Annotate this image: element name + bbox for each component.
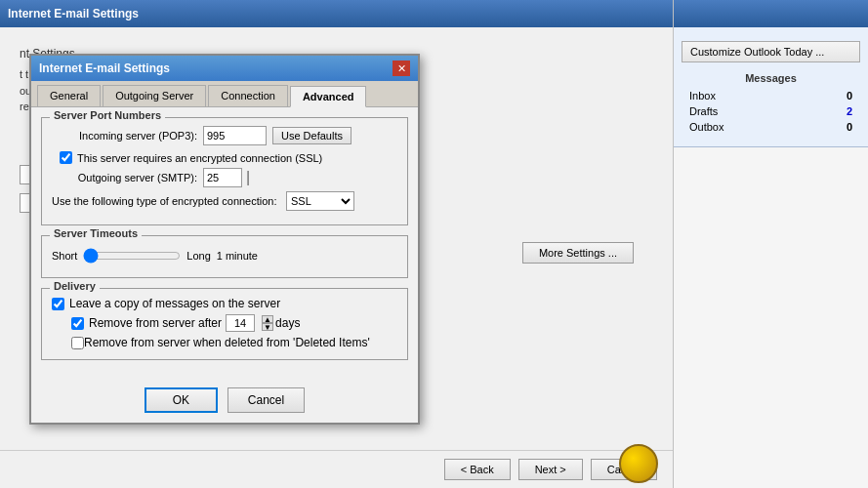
right-panel-titlebar <box>674 0 868 27</box>
dialog-content: Server Port Numbers Incoming server (POP… <box>31 107 418 380</box>
days-down-btn[interactable]: ▼ <box>262 323 273 331</box>
server-timeouts-label: Server Timeouts <box>50 227 142 239</box>
outgoing-server-label: Outgoing server (SMTP): <box>52 172 203 183</box>
next-btn[interactable]: Next > <box>518 459 583 480</box>
tab-outgoing-server[interactable]: Outgoing Server <box>103 85 206 106</box>
remove-after-row: Remove from server after ▲ ▼ days <box>71 314 397 332</box>
drafts-count: 2 <box>847 105 852 117</box>
incoming-server-row: Incoming server (POP3): Use Defaults <box>52 126 397 145</box>
timeout-value: 1 minute <box>217 250 258 262</box>
days-spinners: ▲ ▼ <box>262 315 273 331</box>
outlook-title: Internet E-mail Settings <box>8 7 139 20</box>
tab-connection[interactable]: Connection <box>208 85 288 106</box>
inner-dialog-titlebar: Internet E-mail Settings ✕ <box>31 56 418 81</box>
use-defaults-btn[interactable]: Use Defaults <box>272 127 351 144</box>
inbox-count: 0 <box>847 90 852 102</box>
days-input[interactable] <box>226 314 255 332</box>
tab-advanced[interactable]: Advanced <box>290 86 367 107</box>
more-settings-btn[interactable]: More Settings ... <box>522 242 634 264</box>
outbox-count: 0 <box>847 121 852 133</box>
remove-deleted-row: Remove from server when deleted from 'De… <box>71 336 397 349</box>
inner-close-btn[interactable]: ✕ <box>393 61 410 76</box>
server-port-numbers-label: Server Port Numbers <box>50 109 165 121</box>
tab-bar: General Outgoing Server Connection Advan… <box>31 81 418 107</box>
timeout-row: Short Long 1 minute <box>52 244 397 267</box>
tab-general[interactable]: General <box>37 85 101 106</box>
outlook-window: Internet E-mail Settings ─ □ ✕ Unread/ R… <box>0 0 868 488</box>
customize-outlook-btn[interactable]: Customize Outlook Today ... <box>682 41 860 62</box>
leave-copy-label: Leave a copy of messages on the server <box>69 297 280 310</box>
cursor-indicator: | <box>246 169 250 186</box>
encrypt-row: Use the following type of encrypted conn… <box>52 191 397 211</box>
days-label: days <box>275 316 300 330</box>
leave-copy-checkbox[interactable] <box>52 298 64 310</box>
inner-cancel-btn[interactable]: Cancel <box>227 387 305 413</box>
drafts-row: Drafts 2 <box>685 103 856 119</box>
right-panel-ribbon: Customize Outlook Today ... Messages Inb… <box>674 27 868 147</box>
messages-title: Messages <box>685 72 856 84</box>
ssl-label: This server requires an encrypted connec… <box>77 152 322 164</box>
timeout-slider[interactable] <box>83 248 181 264</box>
remove-after-checkbox[interactable] <box>71 317 84 330</box>
incoming-server-label: Incoming server (POP3): <box>52 130 203 142</box>
inner-dialog-title: Internet E-mail Settings <box>39 61 170 75</box>
outgoing-server-row: Outgoing server (SMTP): | <box>52 168 397 187</box>
short-label: Short <box>52 250 77 262</box>
encrypt-label: Use the following type of encrypted conn… <box>52 195 286 207</box>
server-timeouts-group: Server Timeouts Short Long 1 minute <box>41 235 408 278</box>
server-port-numbers-group: Server Port Numbers Incoming server (POP… <box>41 117 408 225</box>
delivery-label: Delivery <box>50 280 100 292</box>
encrypt-select[interactable]: SSL None TLS Auto <box>286 191 354 211</box>
long-label: Long <box>186 250 210 262</box>
outer-footer: < Back Next > Cancel <box>0 450 673 488</box>
inbox-label: Inbox <box>689 90 716 102</box>
back-btn[interactable]: < Back <box>444 459 511 480</box>
ok-btn[interactable]: OK <box>145 387 218 413</box>
gold-circle-decoration <box>619 444 658 483</box>
delivery-group: Delivery Leave a copy of messages on the… <box>41 288 408 360</box>
dialog-footer: OK Cancel <box>31 380 418 423</box>
messages-panel: Messages Inbox 0 Drafts 2 Outbox 0 <box>682 68 860 139</box>
ssl-checkbox[interactable] <box>60 151 72 164</box>
remove-deleted-checkbox[interactable] <box>71 337 84 349</box>
outbox-label: Outbox <box>689 121 723 133</box>
inner-dialog: Internet E-mail Settings ✕ General Outgo… <box>29 54 420 425</box>
ssl-checkbox-row: This server requires an encrypted connec… <box>60 151 397 164</box>
right-panel: Customize Outlook Today ... Messages Inb… <box>673 0 868 488</box>
drafts-label: Drafts <box>689 105 718 117</box>
remove-deleted-label: Remove from server when deleted from 'De… <box>84 336 370 349</box>
remove-after-label: Remove from server after <box>89 316 222 330</box>
outgoing-server-input[interactable] <box>203 168 242 187</box>
outbox-row: Outbox 0 <box>685 119 856 135</box>
incoming-server-input[interactable] <box>203 126 267 145</box>
leave-copy-row: Leave a copy of messages on the server <box>52 297 397 310</box>
inbox-row: Inbox 0 <box>685 88 856 103</box>
